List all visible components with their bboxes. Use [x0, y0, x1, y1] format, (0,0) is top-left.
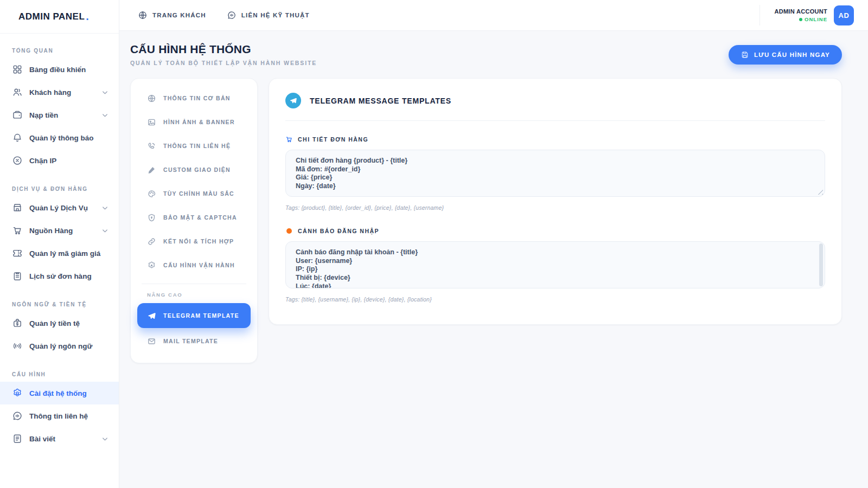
article-icon	[12, 433, 23, 444]
settings-nav-basic-info[interactable]: THÔNG TIN CƠ BẢN	[137, 86, 251, 110]
login-template-tags: Tags: {title}, {username}, {ip}, {device…	[285, 296, 825, 303]
telegram-badge-icon	[285, 93, 301, 108]
account-text: ADMIN ACCOUNT ONLINE	[774, 8, 827, 22]
settings-nav-colors[interactable]: TÙY CHỈNH MÀU SẮC	[137, 182, 251, 206]
settings-nav-label: CẤU HÌNH VẬN HÀNH	[163, 262, 235, 268]
sidebar-item-label: Nạp tiền	[29, 111, 58, 119]
ban-icon	[12, 155, 23, 166]
alert-circle-icon	[285, 227, 293, 235]
link-icon	[147, 237, 156, 246]
sidebar-item-label: Lịch sử đơn hàng	[29, 272, 92, 280]
login-template-textarea[interactable]: Cảnh báo đăng nhập tài khoản - {title} U…	[285, 241, 825, 288]
sidebar-item-customers[interactable]: Khách hàng	[0, 81, 119, 104]
guest-site-label: TRANG KHÁCH	[152, 12, 206, 18]
sidebar-item-articles[interactable]: Bài viết	[0, 427, 119, 450]
settings-nav-images-banner[interactable]: HÌNH ẢNH & BANNER	[137, 110, 251, 134]
order-template-textarea[interactable]: Chi tiết đơn hàng {product} - {title} Mã…	[285, 150, 825, 197]
sidebar-item-dashboard[interactable]: Bảng điều khiển	[0, 58, 119, 81]
save-icon	[741, 50, 749, 59]
advanced-section-label: NÂNG CAO	[137, 286, 251, 302]
sidebar-section-language-currency: NGÔN NGỮ & TIỀN TỆ	[0, 297, 119, 312]
sidebar-item-discount-codes[interactable]: Quản lý mã giảm giá	[0, 242, 119, 265]
chevron-down-icon	[101, 435, 109, 443]
sidebar-item-label: Nguồn Hàng	[29, 227, 73, 235]
order-template-tags: Tags: {product}, {title}, {order_id}, {p…	[285, 204, 825, 211]
page-header-text: CẤU HÌNH HỆ THỐNG QUẢN LÝ TOÀN BỘ THIẾT …	[130, 43, 317, 66]
settings-nav-custom-ui[interactable]: CUSTOM GIAO DIỆN	[137, 158, 251, 182]
guest-site-link[interactable]: TRANG KHÁCH	[138, 10, 206, 20]
account-status-label: ONLINE	[805, 16, 827, 22]
online-dot-icon	[799, 18, 802, 21]
sidebar-item-label: Bài viết	[29, 435, 55, 443]
login-template-label-row: CẢNH BÁO ĐĂNG NHẬP	[285, 227, 825, 235]
sidebar-item-block-ip[interactable]: Chặn IP	[0, 149, 119, 172]
chevron-down-icon	[101, 88, 109, 97]
globe-icon	[147, 94, 156, 103]
settings-nav-label: HÌNH ẢNH & BANNER	[163, 119, 235, 125]
settings-nav-operations[interactable]: CẤU HÌNH VẬN HÀNH	[137, 253, 251, 277]
login-template-label: CẢNH BÁO ĐĂNG NHẬP	[298, 228, 379, 234]
sidebar-item-label: Bảng điều khiển	[29, 66, 86, 74]
sidebar-item-label: Quản lý ngôn ngữ	[29, 342, 92, 350]
sidebar-item-label: Quản Lý Dịch Vụ	[29, 204, 88, 212]
telegram-templates-panel: TELEGRAM MESSAGE TEMPLATES CHI TIẾT ĐƠN …	[269, 78, 842, 325]
brand-name: ADMIN PANEL	[18, 11, 85, 22]
order-template-wrap: Chi tiết đơn hàng {product} - {title} Mã…	[285, 150, 825, 197]
cart-icon	[285, 136, 293, 143]
settings-nav-label: TÙY CHỈNH MÀU SẮC	[163, 190, 234, 197]
chevron-down-icon	[101, 204, 109, 212]
tech-support-link[interactable]: LIÊN HỆ KỸ THUẬT	[227, 10, 310, 20]
nav-divider	[142, 284, 246, 284]
account-name: ADMIN ACCOUNT	[774, 8, 827, 15]
sidebar-item-label: Chặn IP	[29, 157, 56, 165]
chat-info-icon	[12, 410, 23, 421]
avatar[interactable]: AD	[834, 5, 854, 25]
save-config-label: LƯU CẤU HÌNH NGAY	[754, 52, 830, 58]
login-template-wrap: Cảnh báo đăng nhập tài khoản - {title} U…	[285, 241, 825, 288]
currency-icon	[12, 318, 23, 329]
save-config-button[interactable]: LƯU CẤU HÌNH NGAY	[729, 45, 842, 65]
sidebar-item-contact-info[interactable]: Thông tin liên hệ	[0, 404, 119, 427]
app-root: ADMIN PANEL. TỔNG QUAN Bảng điều khiển K…	[0, 0, 868, 488]
settings-nav-security[interactable]: BẢO MẬT & CAPTCHA	[137, 206, 251, 229]
sidebar-item-order-history[interactable]: Lịch sử đơn hàng	[0, 265, 119, 287]
main-column: TRANG KHÁCH LIÊN HỆ KỸ THUẬT ADMIN ACCOU…	[119, 0, 868, 488]
mail-icon	[147, 337, 156, 346]
account-widget[interactable]: ADMIN ACCOUNT ONLINE AD	[760, 5, 854, 25]
sidebar-item-suppliers[interactable]: Nguồn Hàng	[0, 219, 119, 242]
settings-nav-label: BẢO MẬT & CAPTCHA	[163, 214, 237, 221]
order-template-label: CHI TIẾT ĐƠN HÀNG	[298, 136, 368, 143]
cart-icon	[12, 225, 23, 236]
ticket-icon	[12, 248, 23, 259]
sidebar-item-deposit[interactable]: Nạp tiền	[0, 104, 119, 126]
settings-nav-telegram-template[interactable]: TELEGRAM TEMPLATE	[137, 303, 251, 328]
sidebar-item-label: Quản lý mã giảm giá	[29, 249, 100, 258]
settings-nav-label: THÔNG TIN LIÊN HỆ	[163, 143, 231, 149]
chevron-down-icon	[101, 227, 109, 235]
sidebar-item-notifications[interactable]: Quản lý thông báo	[0, 126, 119, 149]
settings-nav-label: THÔNG TIN CƠ BẢN	[163, 95, 231, 101]
tech-support-label: LIÊN HỆ KỸ THUẬT	[241, 12, 310, 18]
sidebar-item-currency[interactable]: Quản lý tiền tệ	[0, 312, 119, 335]
page-subtitle: QUẢN LÝ TOÀN BỘ THIẾT LẬP VẬN HÀNH WEBSI…	[130, 60, 317, 66]
sidebar-item-language[interactable]: Quản lý ngôn ngữ	[0, 335, 119, 357]
settings-nav-label: KẾT NỐI & TÍCH HỢP	[163, 238, 234, 245]
order-template-field: CHI TIẾT ĐƠN HÀNG Chi tiết đơn hàng {pro…	[285, 136, 825, 211]
gear-icon	[12, 388, 23, 399]
settings-nav-label: CUSTOM GIAO DIỆN	[163, 166, 231, 173]
sidebar-item-system-settings[interactable]: Cài đặt hệ thống	[0, 382, 119, 404]
account-status: ONLINE	[774, 16, 827, 22]
settings-nav-contact-info[interactable]: THÔNG TIN LIÊN HỆ	[137, 134, 251, 158]
settings-nav-label: TELEGRAM TEMPLATE	[163, 312, 239, 319]
clipboard-icon	[12, 271, 23, 281]
cog-icon	[147, 261, 156, 270]
brand-logo[interactable]: ADMIN PANEL.	[0, 0, 119, 34]
settings-nav-mail-template[interactable]: MAIL TEMPLATE	[137, 329, 251, 353]
image-icon	[147, 118, 156, 127]
sidebar-item-service-management[interactable]: Quản Lý Dịch Vụ	[0, 196, 119, 219]
textarea-scrollbar[interactable]	[819, 243, 823, 286]
sidebar-item-label: Quản lý thông báo	[29, 134, 94, 142]
settings-nav-integrations[interactable]: KẾT NỐI & TÍCH HỢP	[137, 229, 251, 253]
sidebar-item-label: Khách hàng	[29, 88, 71, 97]
panel-title: TELEGRAM MESSAGE TEMPLATES	[310, 97, 451, 105]
